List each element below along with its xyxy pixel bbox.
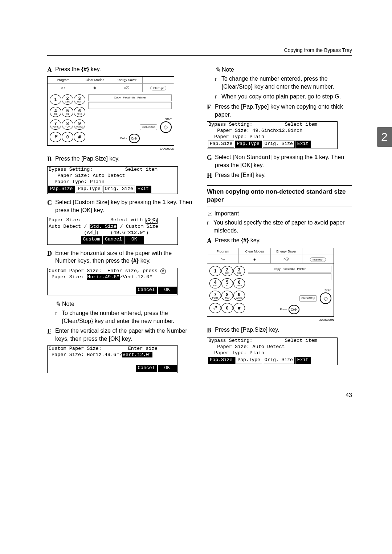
- lcd-bypass-setting: Bypass Setting: Select item Paper Size: …: [47, 166, 178, 194]
- running-header: Copying from the Bypass Tray: [284, 47, 352, 53]
- step-D: D Enter the horizontal size of the paper…: [47, 249, 192, 265]
- lcd-bypass-setting: Bypass Setting: Select item Paper Size: …: [207, 337, 338, 365]
- step-B: B Press the [Pap.Size] key.: [47, 155, 192, 163]
- pencil-icon: ✎: [55, 300, 61, 308]
- lcd-paper-size: Paper Size: Select with ◀▶ Auto Detect /…: [47, 217, 178, 245]
- section-heading: When copying onto non-detected standard …: [207, 185, 352, 206]
- step-B2: B Press the [Pap.Size] key.: [207, 326, 352, 335]
- page-number: 43: [47, 392, 352, 399]
- step-E: E Enter the vertical size of the paper w…: [47, 327, 192, 343]
- note-heading: ✎ Note: [215, 65, 352, 74]
- note-heading: ✎ Note: [55, 300, 192, 308]
- left-column: A Press the {#} key. Program Clear Modes…: [47, 65, 192, 377]
- important-item: r You should specify the size of paper t…: [207, 219, 352, 234]
- step-H: H Press the [Exit] key.: [207, 171, 352, 180]
- chapter-tab: 2: [377, 127, 392, 147]
- note-item: r When you copy onto plain paper, go to …: [215, 93, 352, 101]
- step-A: A Press the {#} key.: [47, 65, 192, 74]
- important-heading: ☼ Important: [207, 209, 352, 218]
- hash-key-ref: {#}: [81, 66, 89, 72]
- img-code: ZAAS030N: [47, 147, 174, 151]
- step-A2: A Press the {#} key.: [207, 236, 352, 245]
- start-icon: ◇: [160, 121, 172, 133]
- right-column: ✎ Note r To change the number entered, p…: [207, 65, 352, 377]
- control-panel-image: Program Clear Modes Energy Saver ○⬨ ◈ ○⦾…: [207, 248, 334, 317]
- step-C: C Select [Custom Size] key by pressing t…: [47, 198, 192, 214]
- note-item: r To change the number entered, press th…: [215, 75, 352, 90]
- lcd-custom-vert: Custom Paper Size: Enter size Paper Size…: [47, 345, 178, 373]
- numpad: 1 2ABC 3DEF 4GHI 5JKL 6MNO 7PQRS 8TUV 9W…: [50, 94, 85, 143]
- exclamation-icon: ☼: [207, 209, 213, 218]
- header-rule: [47, 55, 352, 56]
- step-F: F Press the [Pap.Type] key when copying …: [207, 103, 352, 118]
- lcd-custom-horiz: Custom Paper Size: Enter size, press # P…: [47, 268, 178, 295]
- pencil-icon: ✎: [215, 65, 220, 74]
- note-item: r To change the number entered, press th…: [55, 309, 192, 325]
- control-panel-image: Program Clear Modes Energy Saver ○⬨ ◈ ○⦾…: [47, 76, 174, 146]
- img-code: ZAAS030N: [207, 318, 334, 322]
- lcd-bypass-thick: Bypass Setting: Select item Paper Size: …: [207, 121, 338, 149]
- step-G: G Select [Non Standard] by pressing the …: [207, 153, 352, 169]
